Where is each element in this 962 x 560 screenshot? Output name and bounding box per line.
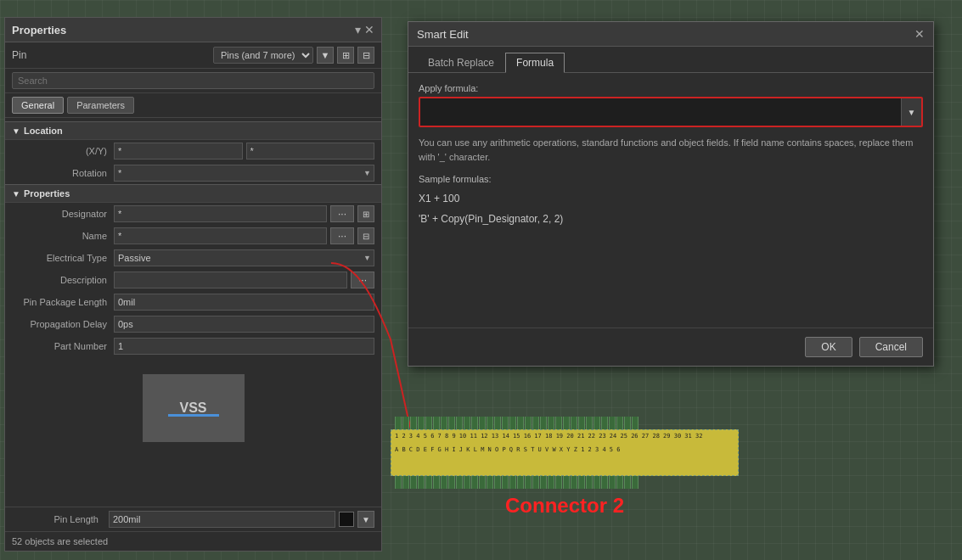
pin-package-length-input[interactable]	[114, 294, 374, 311]
top-pin	[525, 417, 532, 429]
electrical-type-row: Electrical Type Passive ▼	[5, 247, 381, 269]
bottom-pin	[616, 476, 623, 489]
top-pin	[494, 417, 501, 429]
tab-batch-replace[interactable]: Batch Replace	[417, 53, 505, 73]
close-panel-button[interactable]: ✕	[364, 23, 374, 36]
pin-package-length-row: Pin Package Length	[5, 291, 381, 313]
top-pin	[441, 417, 447, 429]
pin-icon[interactable]: ▾	[355, 23, 361, 36]
y-input[interactable]	[246, 143, 375, 160]
top-pin	[594, 417, 600, 429]
electrical-type-dropdown[interactable]: Passive	[114, 249, 374, 266]
name-row: Name ··· ⊟	[5, 225, 381, 247]
preview-line	[168, 414, 219, 417]
cancel-button[interactable]: Cancel	[859, 337, 923, 357]
top-pin	[616, 417, 623, 429]
name-dots-button[interactable]: ···	[330, 227, 354, 244]
bottom-pin	[517, 476, 524, 489]
designator-input[interactable]	[114, 205, 327, 222]
rotation-dropdown[interactable]: *	[114, 165, 374, 182]
description-input[interactable]	[114, 272, 347, 288]
designator-dots-button[interactable]: ···	[330, 205, 354, 222]
name-input[interactable]	[114, 227, 327, 244]
propagation-delay-label: Propagation Delay	[12, 319, 114, 329]
part-number-value	[114, 338, 374, 355]
tab-general[interactable]: General	[12, 97, 64, 114]
bottom-pin	[487, 476, 493, 489]
electrical-type-label: Electrical Type	[12, 253, 114, 263]
properties-panel: Properties ▾ ✕ Pin Pins (and 7 more) ▼ ⊞…	[4, 17, 382, 552]
tab-formula[interactable]: Formula	[505, 53, 565, 73]
top-pin	[395, 417, 402, 429]
description-label: Description	[12, 275, 114, 285]
tabs-row: General Parameters	[5, 93, 381, 118]
section-properties: ▼ Properties	[5, 184, 381, 203]
search-input[interactable]	[12, 72, 374, 89]
propagation-delay-input[interactable]	[114, 316, 374, 333]
copy-to-icon[interactable]: ⊞	[337, 47, 354, 64]
bottom-pin	[632, 476, 639, 489]
designator-row: Designator ··· ⊞	[5, 203, 381, 225]
top-pin	[548, 417, 554, 429]
panel-subheader: Pin Pins (and 7 more) ▼ ⊞ ⊟	[5, 42, 381, 69]
filter-icon[interactable]: ▼	[317, 47, 334, 64]
bottom-pin	[448, 476, 455, 489]
bottom-pin	[471, 476, 478, 489]
pin-length-label: Pin Length	[12, 514, 105, 524]
formula-input-wrapper: ▼	[419, 97, 923, 127]
designator-label: Designator	[12, 209, 114, 219]
designator-extra-button[interactable]: ⊞	[357, 205, 374, 222]
dialog-tabs: Batch Replace Formula	[408, 47, 933, 73]
bottom-pin	[464, 476, 470, 489]
name-value: ··· ⊟	[114, 227, 374, 244]
tab-parameters[interactable]: Parameters	[67, 97, 134, 114]
bottom-pin	[548, 476, 554, 489]
copy-from-icon[interactable]: ⊟	[357, 47, 374, 64]
panel-footer: 52 objects are selected	[5, 531, 381, 551]
bottom-pin	[624, 476, 631, 489]
x-input[interactable]	[114, 143, 243, 160]
part-number-input[interactable]	[114, 338, 374, 355]
top-pin	[578, 417, 585, 429]
top-pin	[479, 417, 486, 429]
section-location-label: Location	[24, 126, 63, 136]
panel-content: ▼ Location (X/Y) Rotation * ▼	[5, 118, 381, 507]
pin-label: Pin	[12, 49, 26, 61]
formula-dropdown-button[interactable]: ▼	[901, 98, 921, 126]
top-pin	[555, 417, 562, 429]
pins-dropdown[interactable]: Pins (and 7 more)	[213, 47, 313, 64]
description-dots-button[interactable]: ···	[351, 272, 374, 288]
top-pin	[532, 417, 539, 429]
bottom-pin	[395, 476, 402, 489]
bottom-pin	[410, 476, 417, 489]
part-number-label: Part Number	[12, 341, 114, 351]
pin-length-extra-button[interactable]: ▼	[357, 511, 374, 528]
selection-count: 52 objects are selected	[12, 536, 108, 546]
pin-length-color-swatch[interactable]	[339, 512, 354, 527]
top-pin	[540, 417, 547, 429]
bottom-pin	[509, 476, 516, 489]
formula-input[interactable]	[420, 98, 901, 126]
bottom-pin	[402, 476, 409, 489]
rotation-dropdown-wrapper: * ▼	[114, 165, 374, 182]
panel-header-controls: ▾ ✕	[355, 23, 374, 36]
top-pin	[487, 417, 493, 429]
dialog-close-button[interactable]: ✕	[914, 27, 925, 41]
bottom-pin	[418, 476, 425, 489]
part-number-row: Part Number	[5, 335, 381, 357]
name-extra-button[interactable]: ⊟	[357, 227, 374, 244]
bottom-pin	[425, 476, 432, 489]
bottom-pin	[525, 476, 532, 489]
bottom-pin	[494, 476, 501, 489]
top-pin	[609, 417, 616, 429]
xy-label: (X/Y)	[12, 146, 114, 156]
pin-length-row: Pin Length ▼	[5, 507, 381, 531]
top-pin	[586, 417, 593, 429]
top-pin	[509, 417, 516, 429]
dialog-footer: OK Cancel	[408, 328, 933, 366]
preview-area: VSS	[143, 374, 245, 442]
bottom-pin	[586, 476, 593, 489]
pin-length-input[interactable]	[109, 511, 335, 528]
rotation-label: Rotation	[12, 168, 114, 178]
ok-button[interactable]: OK	[805, 337, 852, 357]
